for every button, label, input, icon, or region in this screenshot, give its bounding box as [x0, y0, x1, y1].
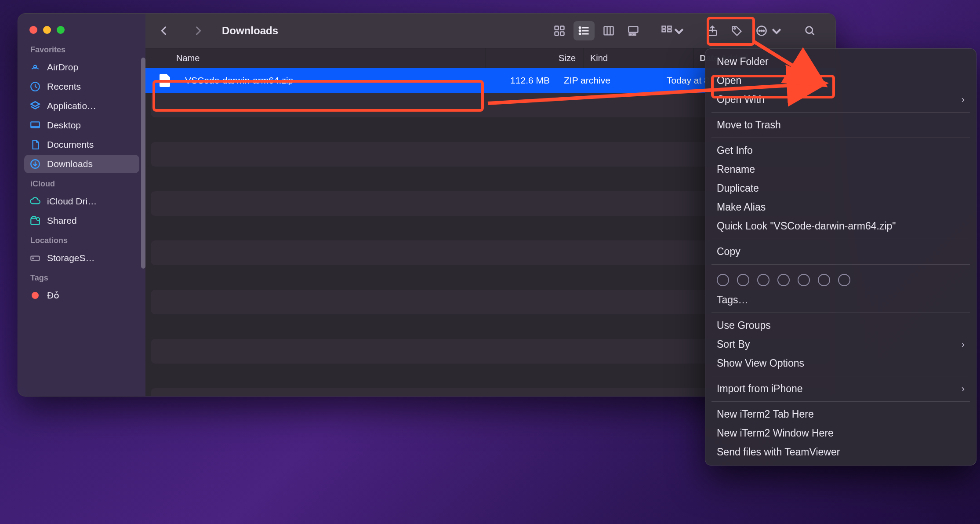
- menu-item-new-iterm-tab-here[interactable]: New iTerm2 Tab Here: [705, 405, 976, 424]
- chevron-right-icon: ›: [962, 94, 965, 106]
- menu-item-label: Open: [717, 75, 741, 87]
- svg-rect-25: [632, 34, 634, 35]
- file-icon: [160, 74, 170, 87]
- menu-item-quick-look-vscode-darwin-arm-zip[interactable]: Quick Look "VSCode-darwin-arm64.zip": [705, 217, 976, 236]
- icon-view-button[interactable]: [549, 21, 570, 40]
- menu-item-label: Show View Options: [717, 357, 804, 369]
- share-button[interactable]: [702, 21, 723, 40]
- sidebar-section-label: Locations: [18, 231, 145, 248]
- tag-color-circle[interactable]: [838, 274, 850, 286]
- minimize-window-button[interactable]: [43, 26, 51, 34]
- group-by-button[interactable]: [656, 21, 690, 40]
- sidebar-item--[interactable]: Đỏ: [24, 286, 139, 305]
- menu-item-new-iterm-window-here[interactable]: New iTerm2 Window Here: [705, 424, 976, 443]
- svg-point-37: [806, 27, 813, 33]
- search-button[interactable]: [799, 21, 820, 40]
- sidebar-item-documents[interactable]: Documents: [24, 135, 139, 154]
- svg-rect-30: [668, 30, 671, 32]
- traffic-lights: [18, 18, 145, 40]
- sidebar-item-desktop[interactable]: Desktop: [24, 116, 139, 135]
- svg-point-9: [33, 258, 33, 258]
- menu-item-send-files-with-teamviewer[interactable]: Send files with TeamViewer: [705, 443, 976, 462]
- apps-icon: [29, 100, 41, 112]
- tag-color-circle[interactable]: [818, 274, 830, 286]
- sidebar-item-airdrop[interactable]: AirDrop: [24, 58, 139, 76]
- zoom-window-button[interactable]: [57, 26, 65, 34]
- sidebar-item-label: iCloud Dri…: [47, 196, 97, 207]
- menu-divider: [711, 313, 970, 313]
- toolbar: Downloads: [145, 14, 835, 48]
- sidebar-item-label: StorageS…: [47, 253, 95, 263]
- desktop-icon: [29, 120, 41, 131]
- file-kind: ZIP archive: [558, 75, 661, 86]
- sidebar-item-label: Documents: [47, 139, 94, 150]
- svg-point-17: [579, 27, 581, 28]
- context-menu: New FolderOpenOpen With›Move to TrashGet…: [705, 48, 976, 466]
- menu-item-tags[interactable]: Tags…: [705, 291, 976, 309]
- sidebar-item-recents[interactable]: Recents: [24, 77, 139, 96]
- menu-item-new-folder[interactable]: New Folder: [705, 52, 976, 71]
- menu-item-show-view-options[interactable]: Show View Options: [705, 354, 976, 373]
- back-button[interactable]: [153, 21, 174, 40]
- menu-item-get-info[interactable]: Get Info: [705, 141, 976, 160]
- window-title: Downloads: [222, 25, 278, 37]
- menu-item-rename[interactable]: Rename: [705, 160, 976, 179]
- menu-item-open[interactable]: Open: [705, 71, 976, 90]
- menu-item-label: Rename: [717, 164, 755, 175]
- menu-item-copy[interactable]: Copy: [705, 242, 976, 261]
- tags-button[interactable]: [726, 21, 748, 40]
- gallery-view-button[interactable]: [623, 21, 644, 40]
- tag-color-circle[interactable]: [757, 274, 769, 286]
- sidebar-section-label: Favorites: [18, 40, 145, 57]
- svg-rect-10: [555, 26, 559, 30]
- tag-color-circle[interactable]: [737, 274, 749, 286]
- column-header-name[interactable]: Name: [145, 48, 486, 68]
- sidebar-item-shared[interactable]: Shared: [24, 211, 139, 230]
- sidebar-item-label: Desktop: [47, 120, 81, 131]
- tag-color-circle[interactable]: [777, 274, 790, 286]
- menu-item-sort-by[interactable]: Sort By›: [705, 335, 976, 354]
- tag-color-circle[interactable]: [717, 274, 729, 286]
- column-header-size[interactable]: Size: [486, 48, 584, 68]
- menu-item-label: Send files with TeamViewer: [717, 446, 840, 458]
- chevron-right-icon: ›: [962, 383, 965, 395]
- forward-button[interactable]: [188, 21, 209, 40]
- disk-icon: [29, 252, 41, 264]
- menu-item-move-to-trash[interactable]: Move to Trash: [705, 116, 976, 135]
- sidebar-item-label: Recents: [47, 81, 81, 92]
- sidebar-item-icloud-dri-[interactable]: iCloud Dri…: [24, 192, 139, 211]
- menu-divider: [711, 376, 970, 376]
- menu-divider: [711, 112, 970, 113]
- sidebar-item-storages-[interactable]: StorageS…: [24, 249, 139, 267]
- menu-item-make-alias[interactable]: Make Alias: [705, 198, 976, 217]
- svg-rect-26: [634, 34, 636, 35]
- menu-item-use-groups[interactable]: Use Groups: [705, 316, 976, 335]
- svg-rect-20: [604, 27, 613, 35]
- menu-item-label: Use Groups: [717, 320, 771, 331]
- close-window-button[interactable]: [29, 26, 37, 34]
- download-icon: [29, 158, 41, 170]
- action-menu-button[interactable]: [751, 21, 787, 40]
- svg-point-19: [579, 33, 581, 34]
- list-view-button[interactable]: [573, 21, 595, 40]
- svg-point-18: [579, 30, 581, 31]
- menu-item-label: Get Info: [717, 145, 753, 156]
- menu-item-import-from-iphone[interactable]: Import from iPhone›: [705, 379, 976, 398]
- tag-color-picker[interactable]: [705, 268, 976, 291]
- menu-item-label: New Folder: [717, 56, 769, 68]
- sidebar-item-label: Applicatio…: [47, 101, 96, 111]
- sidebar-item-applicatio-[interactable]: Applicatio…: [24, 97, 139, 115]
- svg-rect-24: [629, 34, 631, 35]
- tag-color-circle[interactable]: [798, 274, 810, 286]
- airdrop-icon: [29, 62, 41, 73]
- menu-item-duplicate[interactable]: Duplicate: [705, 179, 976, 198]
- menu-divider: [711, 264, 970, 265]
- cloud-icon: [29, 196, 41, 207]
- menu-item-label: Move to Trash: [717, 119, 781, 131]
- menu-item-open-with[interactable]: Open With›: [705, 90, 976, 109]
- column-view-button[interactable]: [598, 21, 619, 40]
- column-header-kind[interactable]: Kind: [584, 48, 693, 68]
- sidebar-item-downloads[interactable]: Downloads: [24, 155, 139, 173]
- menu-item-label: New iTerm2 Window Here: [717, 427, 834, 439]
- sidebar-scrollbar[interactable]: [141, 58, 145, 269]
